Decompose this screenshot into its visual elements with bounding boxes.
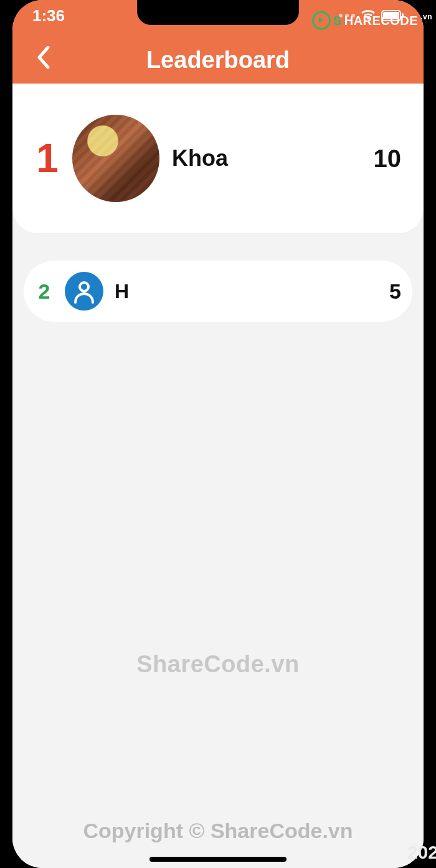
- badge-text-suffix: .vn: [420, 12, 432, 21]
- back-button[interactable]: [31, 45, 56, 70]
- corner-text: 202: [407, 842, 436, 863]
- player-score: 10: [374, 145, 402, 173]
- device-notch: [137, 0, 299, 25]
- rank-number: 1: [35, 135, 60, 181]
- svg-point-3: [80, 282, 88, 291]
- sharecode-logo-icon: [312, 11, 331, 30]
- sharecode-badge: S HARECODE .vn: [312, 11, 432, 30]
- watermark-bottom: Copyright © ShareCode.vn: [12, 819, 424, 843]
- leaderboard-row-2[interactable]: 2 H 5: [24, 261, 412, 322]
- rank-number: 2: [35, 279, 54, 304]
- status-time: 1:36: [32, 6, 65, 26]
- chevron-left-icon: [37, 46, 50, 69]
- watermark-center: ShareCode.vn: [12, 651, 424, 678]
- avatar: [72, 115, 159, 202]
- home-indicator[interactable]: [149, 857, 287, 862]
- leaderboard-row-1[interactable]: 1 Khoa 10: [12, 84, 424, 233]
- badge-text-green: S: [333, 14, 342, 28]
- badge-text-white: HARECODE: [344, 14, 418, 28]
- player-name: Khoa: [172, 145, 361, 171]
- leaderboard-content: 1 Khoa 10 2 H 5 ShareCode.vn Copyright ©…: [12, 84, 424, 868]
- page-title: Leaderboard: [146, 47, 290, 74]
- player-name: H: [115, 280, 378, 303]
- avatar: [65, 272, 103, 311]
- person-icon: [72, 279, 97, 304]
- player-score: 5: [389, 279, 401, 304]
